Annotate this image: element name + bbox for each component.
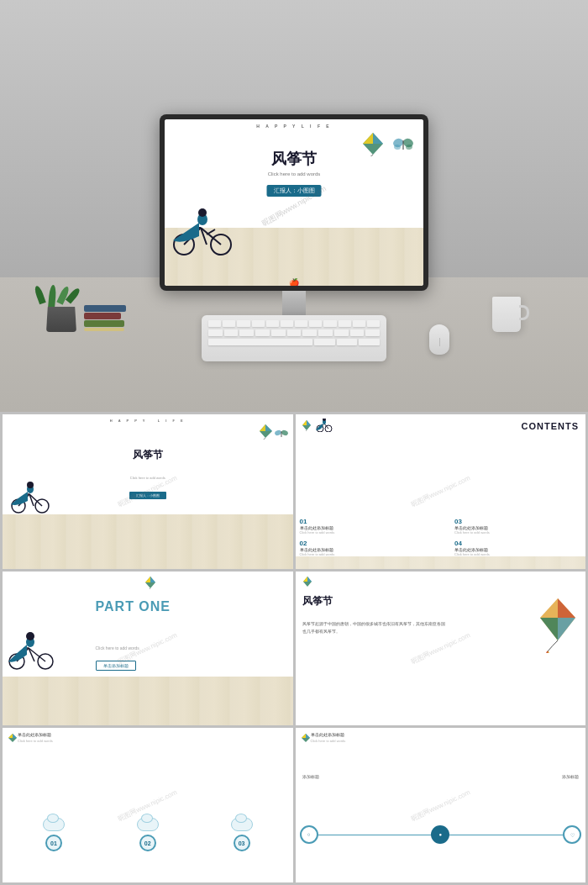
slide-thumb-3[interactable]: PART ONE Click here to add words 单击添加标题 … xyxy=(3,572,293,726)
monitor-kite-deco xyxy=(356,131,390,160)
s1-wood xyxy=(3,514,293,568)
svg-marker-69 xyxy=(306,734,310,738)
key xyxy=(239,329,254,336)
keyboard-row-2 xyxy=(208,329,380,336)
s2-wood xyxy=(296,556,586,569)
s2-sub-03: Click here to add words xyxy=(454,530,581,535)
key xyxy=(266,320,279,327)
monitor-happy-life: H A P P Y L I F E xyxy=(165,124,423,129)
svg-marker-46 xyxy=(145,577,150,582)
books-stack xyxy=(84,305,126,332)
slide-thumb-6[interactable]: 单击此处添加标题 Click here to add words 添加标题 添加… xyxy=(296,728,586,882)
svg-point-24 xyxy=(275,429,282,436)
s4-body-text: 风筝节起源于中国的唐朝，中国的很多城市也依旧有风筝节，其他东南亚各国也几乎都有风… xyxy=(302,620,447,635)
s5-cloud-bump-2 xyxy=(141,814,153,823)
key xyxy=(224,329,239,336)
s3-click-text: Click here to add words xyxy=(96,645,139,651)
s5-num-2: 02 xyxy=(139,835,156,851)
s2-row-2: 02 单击此处添加标题 Click here to add words 04 单… xyxy=(300,540,582,556)
s3-badge: 单击添加标题 xyxy=(96,661,136,671)
s4-kite-img xyxy=(535,594,581,656)
mouse-scroll-line xyxy=(439,338,440,346)
s2-wm-text: 昵图网www.nipic.com xyxy=(409,474,471,509)
s1-subtitle: Click here to add words xyxy=(130,476,165,480)
s5-cloud-2 xyxy=(137,818,159,831)
s5-cloud-bump-3 xyxy=(235,814,247,823)
svg-line-23 xyxy=(258,438,265,440)
keyboard-keys xyxy=(202,315,386,350)
apple-logo-icon: 🍎 xyxy=(289,278,299,286)
plant-pot xyxy=(46,307,76,332)
space-key xyxy=(208,339,312,345)
book-2 xyxy=(84,313,121,319)
key xyxy=(318,329,333,336)
s2-items-container: 01 单击此处添加标题 Click here to add words 03 单… xyxy=(300,518,582,556)
monitor-screen-inner: H A P P Y L I F E xyxy=(165,119,423,286)
s6-circle-2: ● xyxy=(431,825,449,844)
s2-num-02: 02 xyxy=(300,540,427,547)
s5-num-3: 03 xyxy=(234,835,250,851)
s6-circle-timeline: ○ ● ♡ xyxy=(300,825,582,844)
slide-thumb-5[interactable]: 单击此处添加标题 Click here to add words 01 02 xyxy=(3,728,293,882)
s4-title-cn: 风筝节 xyxy=(302,594,333,608)
key xyxy=(287,329,302,336)
s6-circle-3: ♡ xyxy=(563,825,581,844)
s6-title: 单击此处添加标题 xyxy=(311,732,344,737)
svg-marker-61 xyxy=(558,598,575,618)
s6-watermark: 昵图网www.nipic.com xyxy=(296,728,586,882)
s5-cloud-3 xyxy=(231,818,253,831)
svg-marker-1 xyxy=(363,133,373,144)
s2-row-1: 01 单击此处添加标题 Click here to add words 03 单… xyxy=(300,518,582,535)
svg-line-3 xyxy=(360,155,373,156)
s1-girl-bike xyxy=(8,479,55,518)
s1-happy-life: H A P P Y L I F E xyxy=(3,419,293,423)
keyboard-row-1 xyxy=(208,320,380,327)
key xyxy=(365,329,380,336)
key xyxy=(339,320,351,327)
slides-grid: H A P P Y L I F E xyxy=(0,412,588,885)
keyboard-row-3 xyxy=(208,339,380,345)
slide-thumb-2[interactable]: CONTENTS 01 单击此处添加标题 Click here to add w… xyxy=(296,414,586,569)
mouse xyxy=(429,324,449,355)
svg-marker-63 xyxy=(540,618,558,640)
key xyxy=(359,339,380,345)
s2-num-04: 04 xyxy=(454,540,581,547)
monitor-girl-bike xyxy=(169,203,240,261)
key xyxy=(208,320,221,327)
svg-marker-59 xyxy=(307,577,312,582)
svg-marker-2 xyxy=(373,133,383,144)
slide-thumb-4[interactable]: 风筝节 风筝节起源于中国的唐朝，中国的很多城市也依旧有风筝节，其他东南亚各国也几… xyxy=(296,572,586,726)
s1-badge: 汇报人：小图图 xyxy=(129,492,166,499)
s5-num-1: 01 xyxy=(45,835,62,851)
key xyxy=(367,320,380,327)
svg-line-17 xyxy=(207,229,215,234)
plant-leaves xyxy=(39,285,71,308)
key xyxy=(223,320,235,327)
s2-item-02: 02 单击此处添加标题 Click here to add words xyxy=(300,540,427,556)
s2-num-01: 01 xyxy=(300,518,427,525)
s5-subtitle: Click here to add words xyxy=(18,739,53,743)
svg-marker-62 xyxy=(558,618,575,640)
s6-circle-1: ○ xyxy=(300,825,318,844)
s5-watermark: 昵图网www.nipic.com xyxy=(3,728,293,882)
slide-thumb-1[interactable]: H A P P Y L I F E xyxy=(3,414,293,569)
monitor-butterfly xyxy=(393,136,413,155)
s6-subtitle: Click here to add words xyxy=(311,739,346,743)
s3-wood xyxy=(3,677,293,726)
monitor-slide: H A P P Y L I F E xyxy=(165,119,423,286)
key xyxy=(334,329,349,336)
key xyxy=(350,329,365,336)
svg-marker-22 xyxy=(265,424,272,431)
s1-kite xyxy=(255,423,276,443)
book-3 xyxy=(84,320,124,327)
svg-marker-58 xyxy=(303,577,307,582)
s2-num-03: 03 xyxy=(454,518,581,525)
leaf-2 xyxy=(48,285,56,309)
svg-point-19 xyxy=(198,208,207,217)
s6-line-2 xyxy=(449,835,563,835)
s2-top-deco xyxy=(300,419,333,432)
key xyxy=(295,320,307,327)
s3-kite-deco xyxy=(142,576,159,593)
s3-girl-bike xyxy=(5,630,60,677)
s6-line-1 xyxy=(318,835,432,835)
